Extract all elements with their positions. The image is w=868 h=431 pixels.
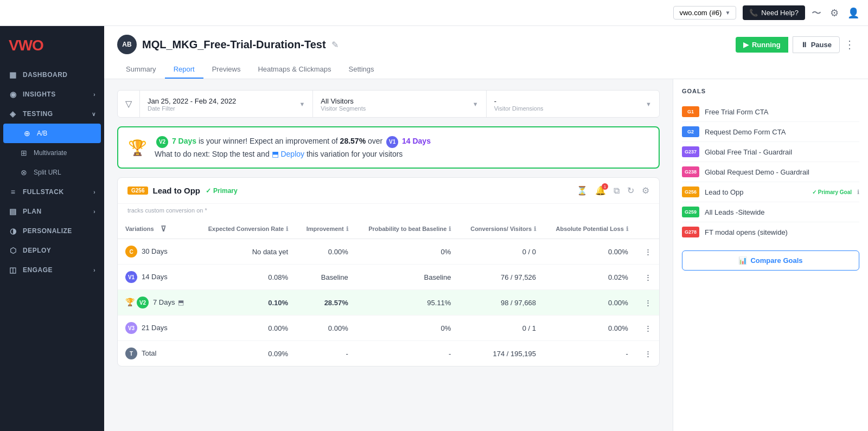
goal-item-name: Global Free Trial - Guardrail bbox=[705, 148, 859, 156]
improvement-pct: 28.57% bbox=[340, 137, 366, 145]
col-probability: Probability to beat Baseline ℹ bbox=[356, 219, 459, 239]
absolute-loss-value: 0.00% bbox=[544, 316, 636, 341]
top-nav: vwo.com (#6) ▼ 📞 Need Help? 〜 ⚙ 👤 bbox=[0, 0, 868, 26]
sidebar-item-personalize[interactable]: ◑ PERSONALIZE bbox=[0, 221, 104, 241]
sidebar-item-label: Multivariate bbox=[34, 149, 67, 157]
info-icon: ℹ bbox=[534, 226, 536, 233]
sidebar-item-insights[interactable]: ◉ INSIGHTS › bbox=[0, 85, 104, 104]
row-actions[interactable]: ⋮ bbox=[636, 290, 659, 316]
visitor-segments-filter[interactable]: All Visitors Visitor Segments ▼ bbox=[312, 91, 486, 117]
title-row: AB MQL_MKG_Free-Trial-Duration-Test ✎ bbox=[117, 35, 339, 54]
sidebar: VWO ▦ DASHBOARD ◉ INSIGHTS › ◈ TESTING ∨… bbox=[0, 26, 104, 431]
table-filter-icon[interactable]: ⊽ bbox=[161, 224, 166, 233]
sidebar-item-ab[interactable]: ⊕ A/B bbox=[3, 124, 101, 143]
tab-report[interactable]: Report bbox=[165, 61, 203, 79]
goal-card-header: G256 Lead to Opp ✓ Primary ⏳ bbox=[118, 178, 659, 204]
variation-name: 30 Days bbox=[142, 247, 168, 255]
table-row: C30 DaysNo data yet0.00%0%0 / 00.00%⋮ bbox=[118, 239, 659, 265]
goal-list-item[interactable]: G237Global Free Trial - Guardrail bbox=[682, 142, 859, 162]
ecr-value: No data yet bbox=[196, 239, 296, 265]
copy-icon[interactable]: ⧉ bbox=[614, 186, 620, 196]
sidebar-item-fullstack[interactable]: ≡ FULLSTACK › bbox=[0, 182, 104, 202]
conversions-value: 76 / 97,526 bbox=[458, 265, 544, 290]
goal-list-item[interactable]: G1Free Trial Form CTA bbox=[682, 102, 859, 122]
pulse-icon[interactable]: 〜 bbox=[812, 7, 821, 20]
filter-icon: ▽ bbox=[118, 99, 139, 109]
sidebar-item-spliturl[interactable]: ⊗ Split URL bbox=[0, 163, 104, 182]
more-button[interactable]: ⋮ bbox=[844, 38, 855, 51]
variation-badge: V3 bbox=[125, 322, 137, 334]
date-filter[interactable]: Jan 25, 2022 - Feb 24, 2022 Date Filter … bbox=[139, 91, 312, 117]
chevron-down-icon: ▼ bbox=[725, 10, 730, 16]
refresh-icon[interactable]: ↻ bbox=[627, 185, 634, 196]
improvement-value: Baseline bbox=[296, 265, 356, 290]
sidebar-item-dashboard[interactable]: ▦ DASHBOARD bbox=[0, 65, 104, 85]
improvement-value: 0.00% bbox=[296, 239, 356, 265]
row-actions[interactable]: ⋮ bbox=[636, 239, 659, 265]
sidebar-item-label: FULLSTACK bbox=[23, 188, 64, 196]
goal-item-name: Request Demo Form CTA bbox=[705, 128, 859, 136]
row-actions[interactable]: ⋮ bbox=[636, 341, 659, 366]
goal-list-item[interactable]: G259All Leads -Sitewide bbox=[682, 202, 859, 222]
sidebar-item-engage[interactable]: ◫ ENGAGE › bbox=[0, 260, 104, 280]
absolute-loss-value: 0.00% bbox=[544, 290, 636, 316]
chevron-down-icon: ▼ bbox=[299, 101, 305, 107]
pause-button[interactable]: ⏸ Pause bbox=[793, 36, 840, 53]
chevron-right-icon: › bbox=[93, 92, 95, 98]
edit-icon[interactable]: ✎ bbox=[331, 40, 339, 50]
goal-list-item[interactable]: G256Lead to Opp✓Primary Goalℹ bbox=[682, 182, 859, 202]
goal-list-item[interactable]: G238Global Request Demo - Guardrail bbox=[682, 162, 859, 182]
goal-info-icon[interactable]: ℹ bbox=[857, 189, 859, 196]
alert-icon[interactable]: 🔔 1 bbox=[595, 185, 606, 196]
segments-value: All Visitors bbox=[321, 97, 366, 105]
deploy-link[interactable]: ⬒ Deploy bbox=[272, 150, 304, 158]
ecr-value: 0.10% bbox=[196, 290, 296, 316]
hourglass-icon[interactable]: ⏳ bbox=[577, 185, 588, 196]
content-area: AB MQL_MKG_Free-Trial-Duration-Test ✎ ▶ … bbox=[104, 26, 868, 431]
deploy-icon[interactable]: ⬒ bbox=[178, 299, 184, 306]
table-row: V114 Days0.08%BaselineBaseline76 / 97,52… bbox=[118, 265, 659, 290]
filter-bar: ▽ Jan 25, 2022 - Feb 24, 2022 Date Filte… bbox=[117, 90, 660, 118]
tab-summary[interactable]: Summary bbox=[117, 61, 165, 79]
variation-name-cell: TTotal bbox=[118, 341, 196, 366]
help-label: Need Help? bbox=[761, 9, 799, 17]
running-button[interactable]: ▶ Running bbox=[736, 37, 788, 53]
tab-heatmaps[interactable]: Heatmaps & Clickmaps bbox=[249, 61, 340, 79]
winner-banner: 🏆 V2 7 Days is your winner! Expect an im… bbox=[117, 126, 660, 169]
tabs: Summary Report Previews Heatmaps & Click… bbox=[117, 61, 855, 79]
variation-name: 14 Days bbox=[142, 273, 168, 281]
account-label: vwo.com (#6) bbox=[679, 9, 722, 17]
engage-icon: ◫ bbox=[9, 266, 17, 274]
account-switcher[interactable]: vwo.com (#6) ▼ bbox=[673, 6, 736, 20]
tab-settings[interactable]: Settings bbox=[340, 61, 383, 79]
row-actions[interactable]: ⋮ bbox=[636, 316, 659, 341]
sidebar-item-multivariate[interactable]: ⊞ Multivariate bbox=[0, 143, 104, 163]
main-layout: VWO ▦ DASHBOARD ◉ INSIGHTS › ◈ TESTING ∨… bbox=[0, 26, 868, 431]
tab-previews[interactable]: Previews bbox=[203, 61, 250, 79]
visitor-dimensions-filter[interactable]: - Visitor Dimensions ▼ bbox=[486, 91, 659, 117]
settings-icon[interactable]: ⚙ bbox=[830, 7, 839, 19]
goal-settings-icon[interactable]: ⚙ bbox=[642, 185, 649, 196]
goal-list-item[interactable]: G278FT modal opens (sitewide) bbox=[682, 222, 859, 242]
winner-days: 7 Days bbox=[172, 137, 196, 145]
chevron-down-icon: ▼ bbox=[646, 101, 652, 107]
goal-item-name: Global Request Demo - Guardrail bbox=[705, 168, 859, 176]
goals-panel-title: GOALS bbox=[682, 88, 859, 94]
help-button[interactable]: 📞 Need Help? bbox=[743, 5, 805, 20]
compare-goals-button[interactable]: 📊 Compare Goals bbox=[682, 250, 859, 271]
goal-list-item[interactable]: G2Request Demo Form CTA bbox=[682, 122, 859, 142]
date-filter-label: Date Filter bbox=[148, 105, 236, 112]
row-actions[interactable]: ⋮ bbox=[636, 265, 659, 290]
col-absolute-loss: Absolute Potential Loss ℹ bbox=[544, 219, 636, 239]
chevron-down-icon: ∨ bbox=[92, 111, 96, 117]
goal-item-name: Free Trial Form CTA bbox=[705, 108, 859, 116]
header-top-row: AB MQL_MKG_Free-Trial-Duration-Test ✎ ▶ … bbox=[117, 35, 855, 54]
sidebar-item-plan[interactable]: ▤ PLAN › bbox=[0, 202, 104, 221]
header-actions: ▶ Running ⏸ Pause ⋮ bbox=[736, 36, 855, 53]
sidebar-item-testing[interactable]: ◈ TESTING ∨ bbox=[0, 104, 104, 124]
goal-item-name: FT modal opens (sitewide) bbox=[705, 228, 859, 236]
right-panel: GOALS G1Free Trial Form CTAG2Request Dem… bbox=[673, 79, 868, 431]
user-icon[interactable]: 👤 bbox=[847, 7, 859, 19]
sidebar-item-label: ENGAGE bbox=[23, 266, 53, 274]
sidebar-item-deploy[interactable]: ⬡ DEPLOY bbox=[0, 241, 104, 260]
